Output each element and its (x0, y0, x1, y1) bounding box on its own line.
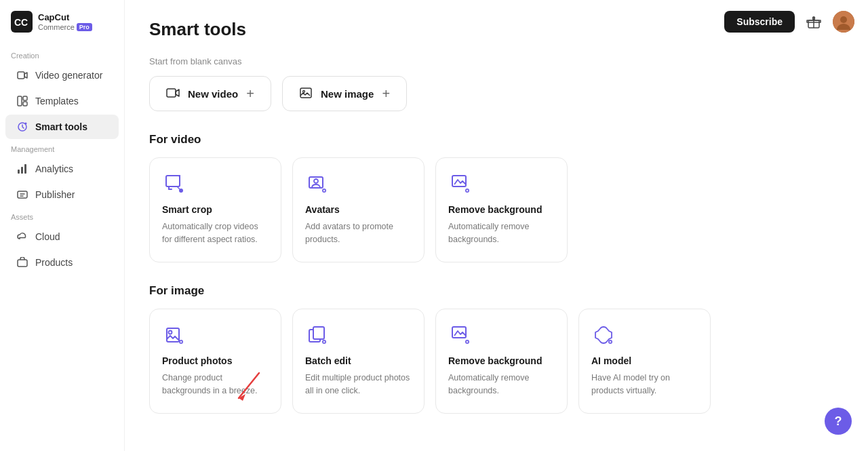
logo: CC CapCut Commerce Pro (0, 11, 124, 46)
sidebar-item-smart-tools[interactable]: Smart tools (5, 115, 119, 139)
product-photos-title: Product photos (162, 355, 269, 366)
batch-edit-title: Batch edit (305, 355, 412, 366)
svg-text:CC: CC (14, 17, 28, 28)
sidebar-item-label: Products (35, 257, 73, 268)
logo-product: Commerce (38, 23, 75, 31)
sidebar-item-label: Templates (35, 96, 79, 106)
new-image-plus-icon: + (382, 86, 390, 102)
smart-crop-card[interactable]: Smart crop Automatically crop videos for… (149, 157, 281, 262)
for-image-heading: For image (149, 284, 844, 298)
header-right: Subscribe (724, 11, 854, 33)
ai-model-desc: Have AI model try on products virtually. (591, 372, 698, 397)
svg-rect-7 (18, 170, 20, 174)
batch-edit-icon (305, 323, 330, 347)
smart-crop-icon (162, 172, 186, 196)
cloud-icon (16, 231, 28, 243)
product-photos-card[interactable]: Product photos Change product background… (149, 309, 281, 414)
ai-model-card[interactable]: AI model Have AI model try on products v… (578, 309, 711, 414)
ai-model-title: AI model (591, 355, 698, 366)
publisher-icon (16, 189, 28, 201)
templates-icon (16, 95, 28, 107)
remove-bg-video-icon (448, 172, 473, 196)
smart-crop-desc: Automatically crop videos for different … (162, 220, 269, 246)
video-tools-section: For video Smart crop Automatically crop … (149, 133, 844, 262)
svg-point-35 (840, 16, 847, 23)
analytics-icon (16, 163, 28, 175)
new-video-label: New video (188, 88, 238, 100)
svg-rect-10 (18, 191, 27, 198)
ai-model-icon (591, 323, 616, 347)
gift-icon[interactable] (803, 11, 825, 33)
assets-section-label: Assets (0, 208, 124, 224)
management-section-label: Management (0, 140, 124, 156)
remove-bg-video-title: Remove background (448, 204, 555, 215)
product-photos-icon (162, 323, 186, 347)
video-cards-row: Smart crop Automatically crop videos for… (149, 157, 844, 262)
sidebar-item-label: Smart tools (35, 121, 87, 132)
avatars-icon (305, 172, 330, 196)
svg-point-18 (314, 179, 318, 183)
svg-rect-13 (300, 88, 311, 98)
for-video-heading: For video (149, 133, 844, 146)
remove-bg-image-card[interactable]: Remove background Automatically remove b… (435, 309, 568, 414)
smart-crop-title: Smart crop (162, 204, 269, 215)
image-tools-section: For image Product photos Change product … (149, 284, 844, 414)
svg-rect-28 (313, 327, 324, 339)
video-generator-icon (16, 69, 28, 81)
new-video-icon (166, 86, 180, 102)
batch-edit-card[interactable]: Batch edit Edit multiple product photos … (292, 309, 425, 414)
capcut-logo-icon: CC (11, 11, 33, 33)
new-video-button[interactable]: New video + (149, 76, 271, 111)
image-cards-row: Product photos Change product background… (149, 309, 844, 414)
sidebar-item-publisher[interactable]: Publisher (5, 182, 119, 207)
sidebar-item-label: Cloud (35, 231, 60, 242)
sidebar: CC CapCut Commerce Pro Creation Video ge… (0, 0, 125, 451)
remove-bg-image-icon (448, 323, 473, 347)
svg-point-6 (25, 123, 27, 125)
subscribe-button[interactable]: Subscribe (724, 11, 795, 33)
user-avatar[interactable] (833, 11, 854, 33)
new-video-plus-icon: + (246, 86, 254, 102)
sidebar-item-label: Analytics (35, 163, 73, 174)
svg-point-23 (169, 331, 172, 334)
avatars-card[interactable]: Avatars Add avatars to promote products. (292, 157, 425, 262)
svg-rect-22 (167, 328, 179, 342)
svg-rect-15 (166, 176, 180, 187)
svg-rect-4 (23, 96, 27, 100)
remove-bg-image-title: Remove background (448, 355, 555, 366)
new-image-label: New image (321, 88, 374, 100)
new-image-button[interactable]: New image + (282, 76, 407, 111)
svg-rect-2 (18, 72, 24, 79)
sidebar-item-cloud[interactable]: Cloud (5, 224, 119, 249)
svg-rect-12 (167, 89, 176, 97)
creation-section-label: Creation (0, 46, 124, 62)
svg-rect-11 (18, 260, 27, 267)
svg-point-14 (303, 90, 305, 92)
remove-bg-image-desc: Automatically remove backgrounds. (448, 372, 555, 397)
sidebar-item-label: Publisher (35, 189, 75, 200)
avatars-title: Avatars (305, 204, 412, 215)
new-image-icon (299, 86, 313, 102)
sidebar-item-products[interactable]: Products (5, 250, 119, 275)
sidebar-item-label: Video generator (35, 70, 102, 81)
blank-canvas-label: Start from blank canvas (149, 56, 844, 66)
svg-rect-9 (24, 164, 26, 174)
remove-bg-video-card[interactable]: Remove background Automatically remove b… (435, 157, 568, 262)
product-photos-desc: Change product backgrounds in a breeze. (162, 372, 269, 397)
sidebar-item-templates[interactable]: Templates (5, 89, 119, 113)
svg-rect-8 (21, 167, 23, 174)
blank-canvas-row: New video + New image + (149, 76, 844, 111)
remove-bg-video-desc: Automatically remove backgrounds. (448, 220, 555, 246)
smart-tools-icon (16, 121, 28, 133)
main-content: Smart tools Start from blank canvas New … (125, 0, 868, 451)
help-button[interactable]: ? (825, 408, 852, 435)
products-icon (16, 256, 28, 269)
sidebar-item-video-generator[interactable]: Video generator (5, 63, 119, 87)
avatars-desc: Add avatars to promote products. (305, 220, 412, 246)
svg-rect-5 (23, 102, 27, 106)
logo-badge: Pro (77, 23, 92, 31)
svg-rect-3 (18, 96, 22, 106)
batch-edit-desc: Edit multiple product photos all in one … (305, 372, 412, 397)
sidebar-item-analytics[interactable]: Analytics (5, 157, 119, 181)
logo-brand: CapCut (38, 12, 92, 23)
